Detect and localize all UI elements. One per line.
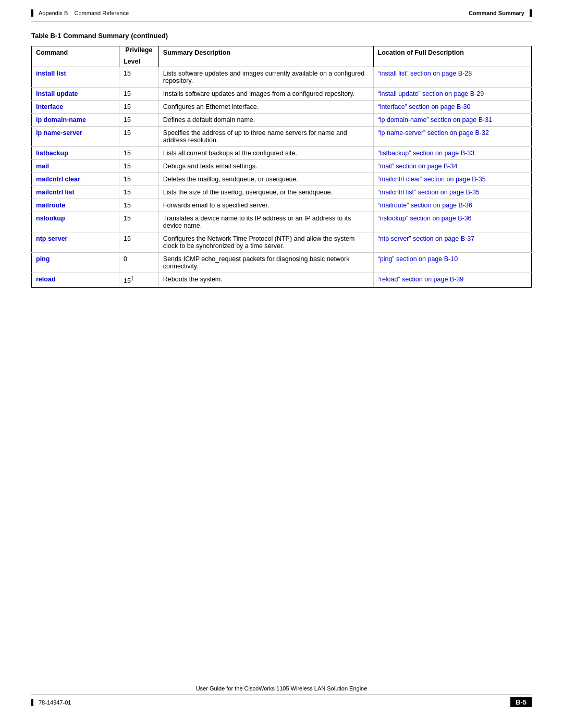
table-header-row: Command Privilege Level Summary Descript… xyxy=(32,46,532,67)
cell-command: ip domain-name xyxy=(32,114,119,127)
footer-bottom: 78-14947-01 B-5 xyxy=(31,695,532,707)
command-link[interactable]: ntp server xyxy=(36,235,67,242)
header-section-label: Command Reference xyxy=(75,10,129,16)
cell-location: “mailcntrl list” section on page B-35 xyxy=(373,186,531,199)
location-link[interactable]: “ping” section on page B-10 xyxy=(378,255,458,263)
table-row: mailcntrl clear15Deletes the maillog, se… xyxy=(32,173,532,186)
footer-bar-accent xyxy=(31,699,33,706)
location-link[interactable]: “ip domain-name” section on page B-31 xyxy=(378,116,493,124)
location-link[interactable]: “interface” section on page B-30 xyxy=(378,103,471,110)
cell-summary: Lists all current backups at the configu… xyxy=(158,147,373,160)
cell-command: ntp server xyxy=(32,232,119,253)
command-link[interactable]: mailcntrl clear xyxy=(36,176,80,183)
table-title: Table B-1 Command Summary (continued) xyxy=(31,32,532,40)
cell-privilege: 15 xyxy=(119,160,158,173)
cell-command: reload xyxy=(32,273,119,288)
cell-command: nslookup xyxy=(32,212,119,232)
header-appendix-label: Appendix B xyxy=(39,10,68,16)
cell-summary: Lists software updates and images curren… xyxy=(158,67,373,88)
location-link[interactable]: “listbackup” section on page B-33 xyxy=(378,150,475,157)
command-table: Command Privilege Level Summary Descript… xyxy=(31,46,532,288)
command-link[interactable]: ping xyxy=(36,255,50,263)
cell-privilege: 15 xyxy=(119,186,158,199)
cell-location: “ping” section on page B-10 xyxy=(373,253,531,273)
cell-summary: Configures the Network Time Protocol (NT… xyxy=(158,232,373,253)
footer: User Guide for the CiscoWorks 1105 Wirel… xyxy=(0,685,563,707)
header-right: Command Summary xyxy=(469,9,532,17)
cell-summary: Installs software updates and images fro… xyxy=(158,88,373,101)
location-link[interactable]: “mailcntrl list” section on page B-35 xyxy=(378,189,480,196)
location-link[interactable]: “ntp server” section on page B-37 xyxy=(378,235,475,242)
location-link[interactable]: “nslookup” section on page B-36 xyxy=(378,215,472,222)
location-link[interactable]: “install list” section on page B-28 xyxy=(378,70,472,77)
table-row: mailcntrl list15Lists the size of the us… xyxy=(32,186,532,199)
cell-command: mailcntrl list xyxy=(32,186,119,199)
cell-location: “ntp server” section on page B-37 xyxy=(373,232,531,253)
cell-location: “ip name-server” section on page B-32 xyxy=(373,127,531,147)
cell-command: ip name-server xyxy=(32,127,119,147)
cell-location: “reload” section on page B-39 xyxy=(373,273,531,288)
col-location-header: Location of Full Description xyxy=(373,46,531,67)
command-link[interactable]: install list xyxy=(36,70,66,77)
cell-privilege: 15 xyxy=(119,173,158,186)
command-link[interactable]: mailroute xyxy=(36,202,65,209)
location-link[interactable]: “ip name-server” section on page B-32 xyxy=(378,129,489,137)
command-link[interactable]: install update xyxy=(36,90,78,97)
footer-part-number: 78-14947-01 xyxy=(39,699,71,706)
cell-summary: Configures an Ethernet interface. xyxy=(158,101,373,114)
cell-privilege: 15 xyxy=(119,101,158,114)
header-right-text: Command Summary xyxy=(469,10,524,16)
command-link[interactable]: mail xyxy=(36,163,49,170)
table-row: reload151Reboots the system.“reload” sec… xyxy=(32,273,532,288)
cell-command: mailroute xyxy=(32,199,119,212)
cell-location: “nslookup” section on page B-36 xyxy=(373,212,531,232)
cell-privilege: 15 xyxy=(119,147,158,160)
cell-command: mailcntrl clear xyxy=(32,173,119,186)
cell-command: install update xyxy=(32,88,119,101)
cell-command: interface xyxy=(32,101,119,114)
table-row: install list15Lists software updates and… xyxy=(32,67,532,88)
command-link[interactable]: listbackup xyxy=(36,150,68,157)
table-row: ip domain-name15Defines a default domain… xyxy=(32,114,532,127)
table-row: listbackup15Lists all current backups at… xyxy=(32,147,532,160)
cell-command: ping xyxy=(32,253,119,273)
table-row: mail15Debugs and tests email settings.“m… xyxy=(32,160,532,173)
cell-summary: Debugs and tests email settings. xyxy=(158,160,373,173)
table-row: ip name-server15Specifies the address of… xyxy=(32,127,532,147)
cell-location: “install update” section on page B-29 xyxy=(373,88,531,101)
cell-summary: Specifies the address of up to three nam… xyxy=(158,127,373,147)
location-link[interactable]: “mail” section on page B-34 xyxy=(378,163,458,170)
location-link[interactable]: “install update” section on page B-29 xyxy=(378,90,484,97)
command-link[interactable]: ip domain-name xyxy=(36,116,86,124)
cell-privilege: 15 xyxy=(119,232,158,253)
location-link[interactable]: “mailroute” section on page B-36 xyxy=(378,202,472,209)
command-link[interactable]: reload xyxy=(36,276,56,283)
col-command-header: Command xyxy=(32,46,119,67)
command-link[interactable]: interface xyxy=(36,103,63,110)
cell-location: “mailroute” section on page B-36 xyxy=(373,199,531,212)
location-link[interactable]: “mailcntrl clear” section on page B-35 xyxy=(378,176,486,183)
cell-summary: Lists the size of the userlog, userqueue… xyxy=(158,186,373,199)
cell-summary: Forwards email to a specified server. xyxy=(158,199,373,212)
page-number: B-5 xyxy=(510,697,532,707)
cell-privilege: 151 xyxy=(119,273,158,288)
cell-summary: Sends ICMP echo_request packets for diag… xyxy=(158,253,373,273)
header-left-bar xyxy=(31,9,33,17)
command-link[interactable]: mailcntrl list xyxy=(36,189,75,196)
cell-location: “install list” section on page B-28 xyxy=(373,67,531,88)
cell-location: “mailcntrl clear” section on page B-35 xyxy=(373,173,531,186)
cell-privilege: 15 xyxy=(119,199,158,212)
cell-summary: Translates a device name to its IP addre… xyxy=(158,212,373,232)
command-link[interactable]: ip name-server xyxy=(36,129,82,137)
cell-location: “listbackup” section on page B-33 xyxy=(373,147,531,160)
command-link[interactable]: nslookup xyxy=(36,215,65,222)
table-row: interface15Configures an Ethernet interf… xyxy=(32,101,532,114)
table-row: mailroute15Forwards email to a specified… xyxy=(32,199,532,212)
privilege-level-label: Level xyxy=(119,56,158,67)
cell-command: mail xyxy=(32,160,119,173)
footer-top: User Guide for the CiscoWorks 1105 Wirel… xyxy=(31,685,532,692)
location-link[interactable]: “reload” section on page B-39 xyxy=(378,276,464,283)
cell-location: “mail” section on page B-34 xyxy=(373,160,531,173)
header: Appendix B Command Reference Command Sum… xyxy=(0,0,563,21)
main-content: Table B-1 Command Summary (continued) Co… xyxy=(0,21,563,309)
